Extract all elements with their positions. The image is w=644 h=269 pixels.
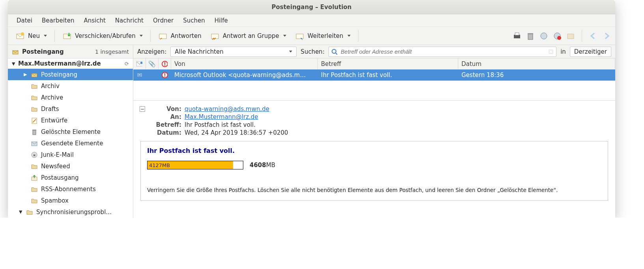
- refresh-icon[interactable]: ⟳: [125, 61, 129, 67]
- folder-synchronisierungsprobl-[interactable]: ▼Synchronisierungsprobl…: [8, 206, 133, 218]
- junk-button[interactable]: [538, 30, 549, 41]
- window-title: Posteingang – Evolution: [271, 4, 351, 11]
- subject-label: Betreff:: [151, 121, 181, 128]
- svg-rect-2: [63, 34, 71, 39]
- search-input[interactable]: [340, 48, 546, 55]
- body-text: Verringern Sie die Größe Ihres Postfachs…: [147, 187, 601, 193]
- col-subject[interactable]: Betreff: [318, 58, 458, 69]
- folder-label: Drafts: [41, 105, 59, 113]
- dropdown-icon: [283, 35, 286, 37]
- folder-drafts[interactable]: Drafts: [8, 103, 133, 115]
- svg-rect-30: [164, 65, 165, 66]
- folder-archive[interactable]: Archive: [8, 92, 133, 103]
- folder-count: 1 insgesamt: [95, 49, 129, 55]
- dropdown-icon: [140, 35, 143, 37]
- chevron-down-icon: ▼: [12, 61, 16, 66]
- clear-search-icon[interactable]: [548, 49, 554, 55]
- col-from[interactable]: Von: [171, 58, 318, 69]
- svg-rect-29: [164, 62, 165, 65]
- svg-rect-32: [164, 73, 165, 76]
- message-row[interactable]: ✉ Microsoft Outlook <quota-warning@ads.m…: [133, 70, 615, 81]
- svg-line-16: [336, 53, 337, 55]
- date-label: Datum:: [151, 129, 181, 136]
- menu-bearbeiten[interactable]: Bearbeiten: [37, 15, 79, 26]
- nav-next-button[interactable]: [601, 30, 612, 41]
- forward-button[interactable]: Weiterleiten: [291, 29, 355, 43]
- folder-label: Posteingang: [41, 71, 77, 78]
- menu-nachricht[interactable]: Nachricht: [110, 15, 148, 26]
- folder-spambox[interactable]: Spambox: [8, 195, 133, 206]
- delete-button[interactable]: [525, 30, 536, 41]
- svg-rect-8: [528, 34, 533, 40]
- in-label: in: [560, 48, 566, 55]
- search-box[interactable]: [329, 47, 556, 57]
- svg-rect-13: [567, 34, 574, 39]
- reply-group-button[interactable]: Antwort an Gruppe: [206, 29, 291, 43]
- quota-total: 4608MB: [250, 162, 275, 169]
- col-attachment-icon[interactable]: 📎: [146, 58, 159, 69]
- folder-gesendete-elemente[interactable]: Gesendete Elemente: [8, 137, 133, 149]
- from-value[interactable]: quota-warning@ads.mwn.de: [185, 105, 269, 113]
- row-from: Microsoft Outlook <quota-warning@ads.m…: [174, 71, 306, 79]
- nav-prev-button[interactable]: [588, 30, 599, 41]
- folder-gel-schte-elemente[interactable]: Gelöschte Elemente: [8, 126, 133, 137]
- svg-point-15: [332, 49, 336, 53]
- svg-rect-33: [164, 76, 165, 77]
- menu-hilfe[interactable]: Hilfe: [210, 15, 233, 26]
- reply-all-icon: [210, 31, 220, 41]
- svg-rect-7: [515, 33, 519, 35]
- col-date[interactable]: Datum: [458, 58, 615, 69]
- scope-combo[interactable]: Derzeitiger: [570, 47, 611, 57]
- svg-rect-21: [32, 130, 36, 131]
- to-value[interactable]: Max.Mustermann@lrz.de: [185, 113, 258, 120]
- dropdown-icon: [289, 51, 292, 53]
- show-filter-combo[interactable]: Alle Nachrichten: [170, 47, 297, 57]
- folder-junk-e-mail[interactable]: ✖Junk-E-Mail: [8, 149, 133, 160]
- not-junk-button[interactable]: [552, 30, 563, 41]
- scope-value: Derzeitiger: [574, 48, 607, 55]
- menu-suchen[interactable]: Suchen: [178, 15, 210, 26]
- folder-icon: [31, 128, 38, 135]
- quota-bar: 4127MB: [147, 161, 243, 169]
- folder-rss-abonnements[interactable]: RSS-Abonnements: [8, 183, 133, 195]
- svg-point-12: [557, 36, 561, 40]
- folder-label: Synchronisierungsprobl…: [36, 209, 112, 216]
- current-folder-label: Posteingang: [22, 48, 64, 55]
- search-label: Suchen:: [301, 48, 325, 55]
- folder-icon: [31, 117, 38, 124]
- folder-entw-rfe[interactable]: Entwürfe: [8, 115, 133, 126]
- svg-rect-3: [159, 34, 166, 39]
- print-button[interactable]: [511, 30, 523, 41]
- svg-rect-4: [211, 34, 218, 39]
- folder-posteingang[interactable]: ▶Posteingang: [8, 69, 133, 80]
- folder-archiv[interactable]: Archiv: [8, 80, 133, 92]
- svg-rect-9: [528, 33, 533, 34]
- show-filter-value: Alle Nachrichten: [175, 48, 223, 55]
- inbox-icon: [12, 48, 19, 55]
- subject-value: Ihr Postfach ist fast voll.: [185, 121, 608, 128]
- send-receive-button[interactable]: Verschicken/Abrufen: [58, 29, 147, 43]
- col-importance-icon[interactable]: [159, 58, 171, 69]
- col-status-icon[interactable]: [133, 58, 146, 69]
- mark-read-button[interactable]: [565, 30, 576, 41]
- new-button[interactable]: Neu: [11, 29, 51, 43]
- dropdown-icon: [347, 35, 351, 37]
- folder-newsfeed[interactable]: Newsfeed: [8, 160, 133, 172]
- row-date: Gestern 18:36: [461, 71, 504, 79]
- chevron-icon: ▼: [19, 209, 23, 214]
- folder-label: RSS-Abonnements: [41, 186, 96, 193]
- from-label: Von:: [151, 105, 181, 113]
- menu-datei[interactable]: Datei: [12, 15, 37, 26]
- menu-ansicht[interactable]: Ansicht: [79, 15, 110, 26]
- reply-button[interactable]: Antworten: [154, 29, 206, 43]
- folder-icon: [31, 163, 38, 170]
- chevron-icon: ▶: [24, 72, 28, 77]
- menu-ordner[interactable]: Ordner: [148, 15, 178, 26]
- forward-icon: [295, 31, 304, 41]
- new-mail-icon: [15, 31, 25, 41]
- search-icon: [331, 49, 338, 55]
- account-row[interactable]: ▼ Max.Mustermann@lrz.de ⟳: [8, 58, 133, 69]
- collapse-headers-button[interactable]: −: [140, 106, 145, 112]
- app-window: Posteingang – Evolution Datei Bearbeiten…: [8, 0, 615, 218]
- folder-postausgang[interactable]: Postausgang: [8, 172, 133, 183]
